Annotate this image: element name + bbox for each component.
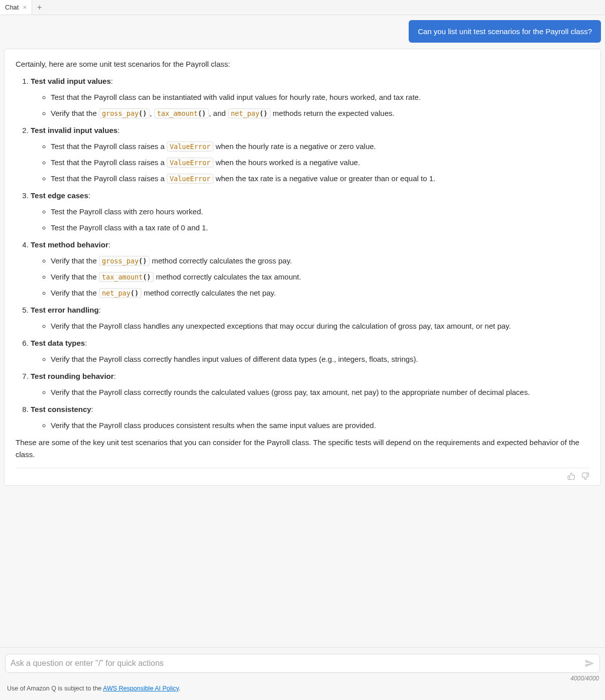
- list-item-title: Test rounding behavior: [31, 372, 114, 380]
- sub-list-item: Test the Payroll class with zero hours w…: [51, 206, 589, 218]
- list-item: Test edge cases:Test the Payroll class w…: [31, 190, 589, 234]
- list-item: Test rounding behavior:Verify that the P…: [31, 370, 589, 398]
- list-item: Test invalid input values:Test that the …: [31, 124, 589, 185]
- user-message-row: Can you list unit test scenarios for the…: [4, 20, 601, 43]
- list-item: Test method behavior:Verify that the gro…: [31, 239, 589, 299]
- sub-list-item: Test that the Payroll class raises a Val…: [51, 157, 589, 169]
- list-item-title: Test invalid input values: [31, 126, 117, 134]
- sub-list-item: Test that the Payroll class raises a Val…: [51, 141, 589, 153]
- chat-input-box: [5, 654, 600, 673]
- policy-text: Use of Amazon Q is subject to the AWS Re…: [5, 682, 600, 697]
- chat-scroll: Can you list unit test scenarios for the…: [0, 15, 605, 647]
- assistant-intro: Certainly, here are some unit test scena…: [16, 58, 589, 70]
- sub-list: Verify that the Payroll class correctly …: [31, 386, 589, 398]
- thumbs-down-icon[interactable]: [581, 472, 589, 480]
- policy-prefix: Use of Amazon Q is subject to the: [7, 685, 103, 692]
- policy-link[interactable]: AWS Responsible AI Policy: [103, 685, 179, 692]
- list-item-title: Test valid input values: [31, 77, 111, 85]
- list-item-title: Test consistency: [31, 405, 91, 413]
- sub-list: Test that the Payroll class can be insta…: [31, 91, 589, 119]
- sub-list-item: Verify that the net_pay() method correct…: [51, 287, 589, 299]
- char-count: 4000/4000: [5, 675, 600, 682]
- chat-input[interactable]: [11, 659, 584, 668]
- list-item: Test data types:Verify that the Payroll …: [31, 337, 589, 365]
- sub-list-item: Verify that the gross_pay() method corre…: [51, 255, 589, 267]
- plus-icon: +: [37, 3, 42, 12]
- thumbs-up-icon[interactable]: [567, 472, 575, 480]
- list-item: Test consistency:Verify that the Payroll…: [31, 403, 589, 432]
- sub-list-item: Test that the Payroll class raises a Val…: [51, 173, 589, 185]
- list-item-title: Test error handling: [31, 306, 99, 314]
- user-message: Can you list unit test scenarios for the…: [409, 20, 601, 43]
- sub-list: Verify that the gross_pay() method corre…: [31, 255, 589, 299]
- sub-list-item: Test the Payroll class with a tax rate o…: [51, 222, 589, 234]
- list-item-title: Test data types: [31, 339, 85, 347]
- sub-list: Verify that the Payroll class handles an…: [31, 320, 589, 332]
- tab-bar: Chat × +: [0, 0, 605, 15]
- list-item: Test error handling:Verify that the Payr…: [31, 304, 589, 332]
- sub-list-item: Verify that the gross_pay(), tax_amount(…: [51, 107, 589, 119]
- sub-list-item: Verify that the Payroll class correctly …: [51, 386, 589, 398]
- tab-chat[interactable]: Chat ×: [0, 0, 32, 15]
- sub-list-item: Verify that the Payroll class correctly …: [51, 353, 589, 365]
- sub-list-item: Verify that the Payroll class handles an…: [51, 320, 589, 332]
- policy-suffix: .: [179, 685, 180, 692]
- footer: 4000/4000 Use of Amazon Q is subject to …: [0, 647, 605, 700]
- list-item-title: Test method behavior: [31, 240, 108, 249]
- sub-list: Verify that the Payroll class correctly …: [31, 353, 589, 365]
- sub-list: Test that the Payroll class raises a Val…: [31, 141, 589, 185]
- sub-list-item: Verify that the tax_amount() method corr…: [51, 271, 589, 283]
- send-icon[interactable]: [584, 658, 594, 668]
- tab-label: Chat: [5, 4, 19, 11]
- sub-list-item: Test that the Payroll class can be insta…: [51, 91, 589, 103]
- assistant-list: Test valid input values:Test that the Pa…: [16, 75, 589, 432]
- close-icon[interactable]: ×: [23, 4, 27, 11]
- list-item-title: Test edge cases: [31, 191, 88, 200]
- new-tab-button[interactable]: +: [32, 1, 47, 14]
- sub-list: Test the Payroll class with zero hours w…: [31, 206, 589, 234]
- feedback-row: [16, 468, 589, 480]
- assistant-message: Certainly, here are some unit test scena…: [4, 49, 601, 486]
- assistant-outro: These are some of the key unit test scen…: [16, 437, 589, 461]
- list-item: Test valid input values:Test that the Pa…: [31, 75, 589, 119]
- sub-list: Verify that the Payroll class produces c…: [31, 419, 589, 432]
- sub-list-item: Verify that the Payroll class produces c…: [51, 419, 589, 432]
